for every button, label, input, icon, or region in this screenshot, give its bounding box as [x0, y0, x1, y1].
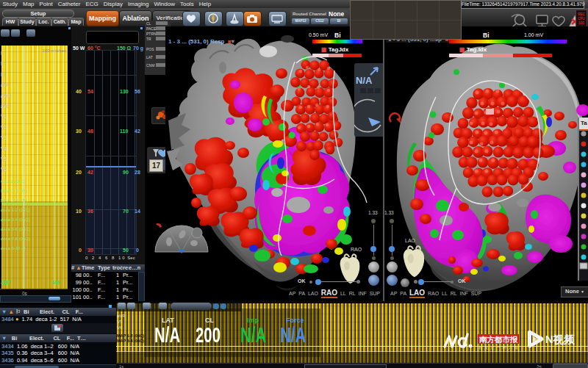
svg-text:N/A: N/A [356, 75, 373, 86]
svg-text:N视频: N视频 [545, 333, 575, 345]
svg-text:南方都市报: 南方都市报 [479, 335, 519, 344]
svg-text:看见正一种力量: 看见正一种力量 [478, 345, 519, 350]
